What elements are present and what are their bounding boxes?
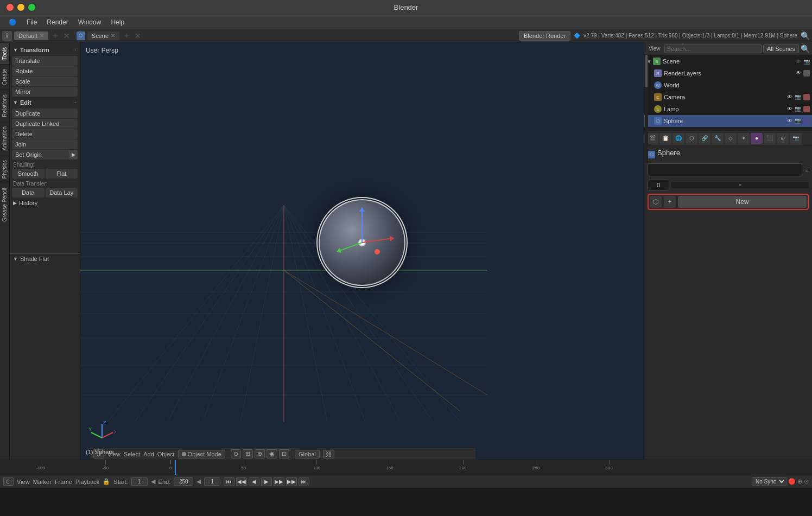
timeline-view-btn[interactable]: View xyxy=(17,479,30,485)
prop-icon-material[interactable]: ● xyxy=(751,133,763,144)
menu-render[interactable]: Render xyxy=(42,17,72,27)
mirror-button[interactable]: Mirror xyxy=(12,87,78,97)
set-origin-dropdown[interactable]: ▶ xyxy=(69,150,78,160)
viewport-icon-4[interactable]: ◉ xyxy=(267,449,277,458)
outliner-scrollbar-thumb[interactable] xyxy=(645,55,648,87)
data-lay-button[interactable]: Data Lay xyxy=(46,188,78,198)
prop-icon-object[interactable]: ⬡ xyxy=(686,133,697,144)
outliner-view-btn[interactable]: View xyxy=(646,45,663,52)
viewport-icon-1[interactable]: ⊙ xyxy=(231,449,241,458)
outliner-search[interactable] xyxy=(664,44,762,53)
current-frame-input[interactable] xyxy=(204,477,220,486)
join-button[interactable]: Join xyxy=(12,139,78,149)
maximize-button[interactable] xyxy=(28,4,35,11)
data-button[interactable]: Data xyxy=(12,188,45,198)
shade-flat-section[interactable]: ▼ Shade Flat xyxy=(10,253,80,264)
prop-icon-modifiers[interactable]: 🔧 xyxy=(712,133,724,144)
scene-tab-remove[interactable]: ✕ xyxy=(135,31,141,40)
delete-button[interactable]: Delete xyxy=(12,129,78,139)
workspace-info-icon[interactable]: ℹ xyxy=(2,31,12,41)
vtab-tools[interactable]: Tools xyxy=(0,42,9,64)
outliner-item-sphere[interactable]: ⬡ Sphere 👁 📷 xyxy=(644,115,812,127)
start-frame-input[interactable] xyxy=(131,477,148,486)
outliner-search-icon[interactable]: 🔍 xyxy=(801,44,810,53)
prop-icon-renderlayer[interactable]: 📋 xyxy=(659,133,671,144)
vtab-animation[interactable]: Animation xyxy=(0,122,9,155)
history-section[interactable]: ▶ History xyxy=(10,198,80,208)
vtab-relations[interactable]: Relations xyxy=(0,90,9,122)
workspace-tab-scene[interactable]: Scene ✕ xyxy=(87,31,119,40)
jump-end-btn[interactable]: ⏭ xyxy=(299,477,309,486)
prop-icon-particles[interactable]: ✦ xyxy=(738,133,750,144)
duplicate-linked-button[interactable]: Duplicate Linked xyxy=(12,119,78,129)
scale-button[interactable]: Scale xyxy=(12,77,78,86)
lamp-vis-eye[interactable]: 👁 xyxy=(787,106,792,112)
sphere-vis-render[interactable]: 📷 xyxy=(795,118,801,124)
end-frame-input[interactable] xyxy=(174,477,193,486)
prop-icon-world[interactable]: 🌐 xyxy=(673,133,684,144)
jump-start-btn[interactable]: ⏮ xyxy=(224,477,234,486)
new-material-add-btn[interactable]: + xyxy=(664,196,676,208)
camera-vis-render[interactable]: 📷 xyxy=(795,94,801,100)
global-dropdown[interactable]: Global xyxy=(295,450,320,458)
viewport-icon-chain[interactable]: ⛓ xyxy=(323,450,334,458)
viewport-select-btn[interactable]: Select xyxy=(124,451,141,457)
scene-tab-add[interactable]: ＋ xyxy=(123,31,130,41)
material-search-input[interactable] xyxy=(648,163,802,176)
edit-section-title[interactable]: ▼ Edit ·· xyxy=(10,97,80,108)
play-btn[interactable]: ▶ xyxy=(261,477,272,486)
prop-icon-scene[interactable]: 🎬 xyxy=(646,133,658,144)
prop-icon-texture[interactable]: ⬛ xyxy=(764,133,776,144)
viewport-icon-5[interactable]: ⊡ xyxy=(279,449,289,458)
global-select[interactable]: Global xyxy=(295,450,320,458)
timeline-marker-btn[interactable]: Marker xyxy=(33,479,52,485)
vtab-physics[interactable]: Physics xyxy=(0,155,9,183)
outliner-item-camera[interactable]: C Camera 👁 📷 xyxy=(644,91,812,103)
prop-icon-constraints[interactable]: 🔗 xyxy=(699,133,710,144)
workspace-tab-default-close[interactable]: ✕ xyxy=(40,33,44,39)
render-engine-select[interactable]: Blender Render xyxy=(519,31,570,41)
workspace-tab-scene-close[interactable]: ✕ xyxy=(111,33,115,39)
workspace-tab-add[interactable]: ＋ xyxy=(52,31,59,41)
all-scenes-dropdown[interactable]: All Scenes xyxy=(763,44,799,53)
prop-icon-data[interactable]: ◇ xyxy=(725,133,737,144)
scene-vis-eye[interactable]: 👁 xyxy=(796,59,801,65)
prev-frame-btn[interactable]: ◀ xyxy=(249,477,259,486)
outliner-item-world[interactable]: W World xyxy=(644,79,812,91)
new-material-button[interactable]: New xyxy=(678,196,807,208)
menu-info[interactable]: 🔵 xyxy=(4,17,21,27)
prop-icon-physics[interactable]: ⊕ xyxy=(777,133,789,144)
no-sync-select[interactable]: No Sync xyxy=(752,477,786,486)
renderlayer-icon2[interactable] xyxy=(803,70,810,77)
smooth-button[interactable]: Smooth xyxy=(12,169,45,179)
sphere-extra-icon[interactable] xyxy=(803,118,810,124)
menu-window[interactable]: Window xyxy=(74,17,106,27)
object-mode-dropdown[interactable]: Object Mode xyxy=(178,450,225,458)
workspace-tab-remove[interactable]: ✕ xyxy=(64,31,70,40)
duplicate-button[interactable]: Duplicate xyxy=(12,109,78,118)
camera-vis-eye[interactable]: 👁 xyxy=(787,94,792,100)
viewport-object-btn[interactable]: Object xyxy=(157,451,175,457)
next-keyframe-btn[interactable]: ▶▶ xyxy=(286,477,297,486)
menu-file[interactable]: File xyxy=(22,17,41,27)
rotate-button[interactable]: Rotate xyxy=(12,66,78,76)
timeline-frame-btn[interactable]: Frame xyxy=(55,479,72,485)
set-origin-button[interactable]: Set Origin xyxy=(12,150,69,160)
transform-section-title[interactable]: ▼ Transform ·· xyxy=(10,44,80,55)
vtab-create[interactable]: Create xyxy=(0,64,9,90)
prop-icon-render[interactable]: 📷 xyxy=(790,133,802,144)
prev-keyframe-btn[interactable]: ◀◀ xyxy=(236,477,247,486)
menu-help[interactable]: Help xyxy=(106,17,129,27)
viewport-icon-2[interactable]: ⊞ xyxy=(243,449,253,458)
viewport-icon-3[interactable]: ⊕ xyxy=(255,449,265,458)
close-button[interactable] xyxy=(7,4,14,11)
renderlayer-vis-eye[interactable]: 👁 xyxy=(796,70,801,77)
timeline-playback-btn[interactable]: Playback xyxy=(75,479,100,485)
workspace-tab-default[interactable]: Default ✕ xyxy=(14,31,48,40)
timeline-scene-icon[interactable]: ⬡ xyxy=(3,477,14,486)
translate-button[interactable]: Translate xyxy=(12,56,78,66)
lamp-del-icon[interactable] xyxy=(803,106,810,112)
next-frame-btn[interactable]: ▶▶ xyxy=(274,477,284,486)
search-icon[interactable]: 🔍 xyxy=(801,31,810,40)
vtab-grease-pencil[interactable]: Grease Pencil xyxy=(0,183,9,226)
